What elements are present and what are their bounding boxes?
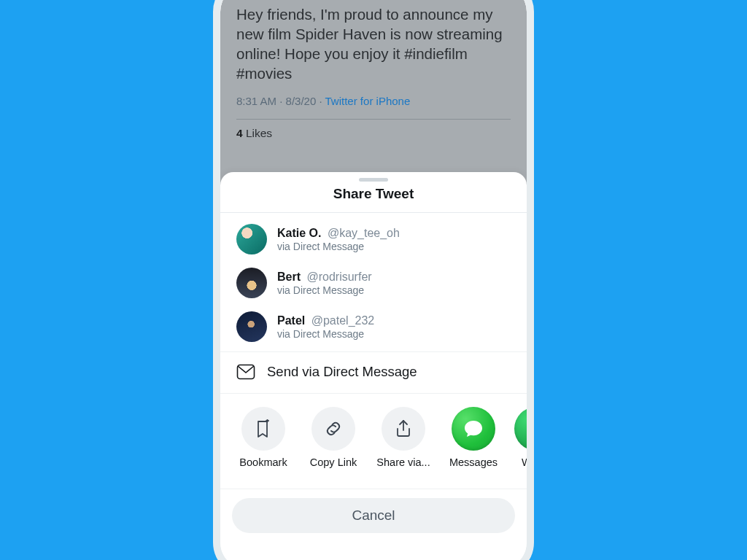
tweet-date: 8/3/20 (286, 95, 317, 107)
cancel-button[interactable]: Cancel (232, 498, 515, 533)
send-dm-label: Send via Direct Message (267, 364, 417, 380)
likes-count: 4 (236, 127, 243, 139)
contact-row[interactable]: Katie O. @kay_tee_oh via Direct Message (226, 217, 521, 261)
contact-handle: @patel_232 (311, 314, 375, 327)
share-via-label: Share via... (376, 456, 430, 483)
bookmark-option[interactable]: Bookmark (236, 407, 290, 483)
contact-name: Bert (277, 271, 301, 283)
share-sheet: Share Tweet Katie O. @kay_tee_oh via Dir… (220, 172, 527, 560)
contact-sub: via Direct Message (277, 284, 372, 296)
contact-handle: @kay_tee_oh (328, 227, 400, 239)
copy-link-option[interactable]: Copy Link (306, 407, 360, 483)
tweet-text: Hey friends, I'm proud to announce my ne… (236, 4, 511, 83)
messages-label: Messages (449, 456, 498, 483)
cancel-bar: Cancel (220, 489, 527, 548)
tweet-time: 8:31 AM (236, 95, 276, 107)
sheet-title: Share Tweet (220, 186, 527, 212)
contact-row[interactable]: Bert @rodrisurfer via Direct Message (226, 261, 521, 305)
avatar (236, 268, 267, 298)
avatar (236, 311, 267, 342)
share-options-row[interactable]: Bookmark Copy Link (220, 394, 527, 489)
messages-option[interactable]: Messages (446, 407, 500, 483)
avatar (236, 224, 267, 254)
send-dm-row[interactable]: Send via Direct Message (220, 351, 527, 394)
link-icon (311, 407, 355, 451)
likes-label: Likes (246, 127, 272, 139)
copy-link-label: Copy Link (310, 456, 357, 483)
contacts-list: Katie O. @kay_tee_oh via Direct Message … (220, 213, 527, 351)
contact-sub: via Direct Message (277, 241, 400, 252)
phone-screen: Hey friends, I'm proud to announce my ne… (220, 0, 527, 560)
contact-sub: via Direct Message (277, 328, 374, 340)
phone-frame: Hey friends, I'm proud to announce my ne… (213, 0, 534, 560)
whatsapp-icon (514, 407, 527, 451)
divider (236, 119, 511, 120)
contact-row[interactable]: Patel @patel_232 via Direct Message (226, 305, 521, 349)
bookmark-icon (241, 407, 285, 451)
bookmark-label: Bookmark (239, 456, 287, 483)
mail-icon (236, 364, 255, 380)
whatsapp-label: Wha (522, 456, 527, 483)
share-via-option[interactable]: Share via... (376, 407, 430, 483)
sheet-grabber[interactable] (359, 178, 388, 182)
likes-row[interactable]: 4 Likes (236, 127, 511, 140)
messages-icon (452, 407, 495, 451)
tweet-meta: 8:31 AM · 8/3/20 · Twitter for iPhone (236, 95, 511, 107)
share-icon (382, 407, 425, 451)
tweet-source[interactable]: Twitter for iPhone (325, 95, 411, 107)
contact-handle: @rodrisurfer (306, 271, 371, 283)
contact-name: Katie O. (277, 227, 321, 239)
whatsapp-option[interactable]: Wha (516, 407, 527, 483)
contact-name: Patel (277, 314, 305, 327)
